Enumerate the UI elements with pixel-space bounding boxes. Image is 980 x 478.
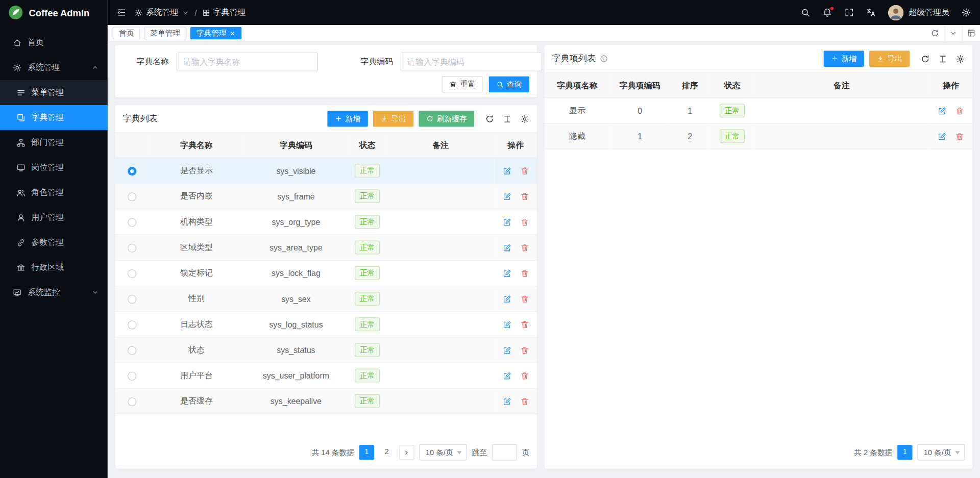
- settings-icon[interactable]: [961, 8, 971, 18]
- tab-dict-mgmt[interactable]: 字典管理: [190, 27, 242, 39]
- page-2-button[interactable]: 2: [379, 445, 394, 460]
- tab-menu-mgmt[interactable]: 菜单管理: [144, 27, 186, 39]
- sidebar-item-role-mgmt[interactable]: 角色管理: [0, 180, 108, 205]
- delete-icon[interactable]: [520, 243, 529, 252]
- refresh-cache-button[interactable]: 刷新缓存: [419, 111, 474, 127]
- delete-icon[interactable]: [520, 191, 529, 200]
- delete-icon[interactable]: [955, 132, 964, 141]
- sidebar-item-home[interactable]: 首页: [0, 30, 108, 55]
- row-radio[interactable]: [128, 346, 136, 355]
- edit-icon[interactable]: [502, 345, 511, 355]
- add-dict-item-button[interactable]: 新增: [823, 51, 864, 67]
- page-size-select[interactable]: 10 条/页: [419, 444, 467, 461]
- row-radio[interactable]: [128, 269, 136, 278]
- edit-icon[interactable]: [502, 243, 511, 252]
- translate-icon[interactable]: [866, 8, 876, 18]
- sidebar-item-menu-mgmt[interactable]: 菜单管理: [0, 80, 108, 105]
- dict-list-card: 字典列表 新增 导出 刷新: [115, 105, 537, 469]
- row-radio[interactable]: [128, 218, 136, 227]
- layout-icon[interactable]: [962, 25, 980, 41]
- breadcrumb-system[interactable]: 系统管理: [135, 7, 190, 18]
- table-row[interactable]: 区域类型 sys_area_type 正常: [115, 235, 537, 260]
- sidebar-item-dict-mgmt[interactable]: 字典管理: [0, 105, 108, 130]
- edit-icon[interactable]: [502, 320, 511, 329]
- tab-home[interactable]: 首页: [113, 27, 140, 39]
- table-row[interactable]: 是否内嵌 sys_frame 正常: [115, 183, 537, 209]
- edit-icon[interactable]: [502, 371, 511, 380]
- delete-icon[interactable]: [520, 320, 529, 329]
- edit-icon[interactable]: [502, 166, 511, 175]
- table-row[interactable]: 用户平台 sys_user_platform 正常: [115, 363, 537, 388]
- edit-icon[interactable]: [938, 132, 947, 141]
- refresh-table-icon[interactable]: [485, 114, 494, 123]
- sidebar-item-dept-mgmt[interactable]: 部门管理: [0, 130, 108, 155]
- add-dict-button[interactable]: 新增: [327, 111, 368, 127]
- row-radio[interactable]: [128, 192, 136, 201]
- query-label: 查询: [507, 79, 522, 90]
- table-row[interactable]: 性别 sys_sex 正常: [115, 286, 537, 311]
- info-icon[interactable]: [600, 55, 608, 63]
- table-settings-icon[interactable]: [520, 114, 529, 123]
- export-dict-item-button[interactable]: 导出: [869, 51, 910, 67]
- jump-page-input[interactable]: [492, 444, 517, 461]
- table-settings-icon[interactable]: [955, 54, 965, 63]
- table-row[interactable]: 状态 sys_status 正常: [115, 337, 537, 363]
- delete-icon[interactable]: [520, 396, 529, 406]
- row-radio[interactable]: [128, 372, 136, 381]
- refresh-table-icon[interactable]: [921, 54, 930, 63]
- table-row[interactable]: 是否显示 sys_visible 正常: [115, 158, 537, 183]
- edit-icon[interactable]: [502, 217, 511, 227]
- delete-icon[interactable]: [520, 217, 529, 227]
- delete-icon[interactable]: [520, 371, 529, 380]
- export-dict-button[interactable]: 导出: [373, 111, 414, 127]
- row-radio[interactable]: [128, 243, 136, 252]
- fullscreen-icon[interactable]: [844, 8, 854, 18]
- delete-icon[interactable]: [520, 345, 529, 355]
- dict-code-input[interactable]: [401, 53, 542, 71]
- dict-name-input[interactable]: [177, 53, 318, 71]
- row-radio[interactable]: [128, 295, 136, 304]
- sidebar-item-region-mgmt[interactable]: 行政区域: [0, 255, 108, 280]
- sidebar-item-post-mgmt[interactable]: 岗位管理: [0, 155, 108, 180]
- column-setting-icon[interactable]: [503, 114, 512, 123]
- app-logo[interactable]: Coffee Admin: [0, 0, 108, 25]
- sidebar-group-monitor[interactable]: 系统监控: [0, 280, 108, 305]
- delete-icon[interactable]: [520, 166, 529, 175]
- row-radio[interactable]: [128, 397, 136, 406]
- sidebar-item-label: 菜单管理: [31, 87, 64, 98]
- edit-icon[interactable]: [502, 294, 511, 303]
- edit-icon[interactable]: [502, 396, 511, 406]
- table-row[interactable]: 显示 0 1 正常: [545, 98, 973, 123]
- table-row[interactable]: 隐藏 1 2 正常: [545, 123, 973, 149]
- row-radio[interactable]: [128, 167, 136, 175]
- column-setting-icon[interactable]: [938, 54, 947, 63]
- breadcrumb-dict[interactable]: 字典管理: [202, 7, 246, 18]
- collapse-sidebar-icon[interactable]: [116, 8, 127, 18]
- delete-icon[interactable]: [520, 294, 529, 303]
- sidebar-item-param-mgmt[interactable]: 参数管理: [0, 230, 108, 255]
- page-1-button[interactable]: 1: [359, 445, 374, 460]
- tabs-refresh-icon[interactable]: [925, 25, 944, 41]
- page-size-select[interactable]: 10 条/页: [917, 444, 965, 461]
- reset-button[interactable]: 重置: [442, 76, 483, 92]
- sidebar-group-system[interactable]: 系统管理: [0, 55, 108, 80]
- notifications-button[interactable]: [822, 8, 832, 18]
- table-row[interactable]: 锁定标记 sys_lock_flag 正常: [115, 260, 537, 286]
- edit-icon[interactable]: [938, 106, 947, 115]
- row-radio[interactable]: [128, 320, 136, 329]
- sidebar-item-user-mgmt[interactable]: 用户管理: [0, 205, 108, 230]
- table-row[interactable]: 是否缓存 sys_keepalive 正常: [115, 388, 537, 414]
- query-button[interactable]: 查询: [489, 76, 530, 92]
- user-menu[interactable]: 超级管理员: [888, 5, 949, 20]
- delete-icon[interactable]: [955, 106, 964, 115]
- delete-icon[interactable]: [520, 268, 529, 278]
- page-1-button[interactable]: 1: [897, 445, 912, 460]
- table-row[interactable]: 机构类型 sys_org_type 正常: [115, 209, 537, 235]
- next-page-button[interactable]: [399, 445, 414, 460]
- table-row[interactable]: 日志状态 sys_log_status 正常: [115, 312, 537, 337]
- close-icon[interactable]: [230, 30, 235, 36]
- search-icon[interactable]: [800, 8, 811, 18]
- edit-icon[interactable]: [502, 191, 511, 200]
- edit-icon[interactable]: [502, 268, 511, 278]
- tabs-menu-chevron-icon[interactable]: [944, 25, 962, 41]
